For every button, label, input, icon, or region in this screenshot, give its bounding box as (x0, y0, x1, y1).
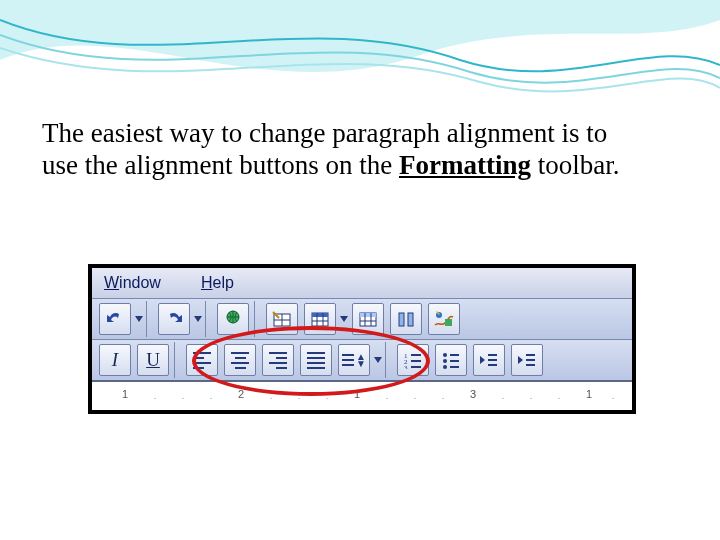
align-right-button[interactable] (262, 344, 294, 376)
numbering-button[interactable]: 123 (397, 344, 429, 376)
ruler: 1 ··· 2 ··· 1 ··· 3 ··· 1 · (92, 380, 632, 410)
insert-worksheet-button[interactable] (352, 303, 384, 335)
slide: The easiest way to change paragraph alig… (0, 0, 720, 540)
columns-icon (396, 310, 416, 328)
svg-rect-11 (360, 313, 376, 317)
ruler-mark: 1 (586, 388, 592, 400)
svg-point-25 (443, 353, 447, 357)
numbering-icon: 123 (403, 351, 423, 369)
ruler-mark: 3 (470, 388, 476, 400)
bullets-button[interactable] (435, 344, 467, 376)
body-bold: Formatting (399, 150, 531, 180)
justify-button[interactable] (300, 344, 332, 376)
justify-icon (307, 352, 325, 369)
insert-table-icon (310, 310, 330, 328)
undo-icon (105, 311, 125, 327)
line-spacing-button[interactable]: ▲▼ (338, 344, 370, 376)
undo-dropdown[interactable] (134, 304, 144, 334)
insert-table-dropdown[interactable] (339, 304, 349, 334)
underline-icon: U (146, 349, 160, 371)
decrease-indent-button[interactable] (473, 344, 505, 376)
menu-help[interactable]: Help (201, 274, 234, 292)
redo-dropdown[interactable] (193, 304, 203, 334)
hyperlink-button[interactable] (217, 303, 249, 335)
globe-chain-icon (223, 309, 243, 329)
undo-button[interactable] (99, 303, 131, 335)
body-seg2: toolbar. (531, 150, 620, 180)
redo-button[interactable] (158, 303, 190, 335)
underline-button[interactable]: U (137, 344, 169, 376)
svg-rect-6 (312, 313, 328, 317)
drawing-button[interactable] (428, 303, 460, 335)
svg-rect-18 (445, 319, 452, 326)
menubar: Window Help (92, 268, 632, 298)
italic-icon: I (112, 349, 118, 371)
menu-window[interactable]: Window (104, 274, 161, 292)
decorative-wave (0, 0, 720, 110)
excel-icon (358, 310, 378, 328)
line-spacing-dropdown[interactable] (373, 345, 383, 375)
insert-table-button[interactable] (304, 303, 336, 335)
align-right-icon (269, 352, 287, 369)
align-center-icon (231, 352, 249, 369)
align-left-icon (193, 352, 211, 369)
increase-indent-button[interactable] (511, 344, 543, 376)
align-center-button[interactable] (224, 344, 256, 376)
tables-borders-button[interactable] (266, 303, 298, 335)
columns-button[interactable] (390, 303, 422, 335)
bullets-icon (441, 351, 461, 369)
ruler-mark: 2 (238, 388, 244, 400)
ruler-mark: 1 (354, 388, 360, 400)
decrease-indent-icon (479, 351, 499, 369)
svg-rect-16 (408, 313, 413, 326)
increase-indent-icon (517, 351, 537, 369)
svg-text:3: 3 (404, 364, 408, 369)
tables-borders-icon (272, 310, 292, 328)
svg-point-27 (443, 365, 447, 369)
line-spacing-icon: ▲▼ (342, 353, 366, 367)
body-text: The easiest way to change paragraph alig… (42, 118, 622, 182)
align-left-button[interactable] (186, 344, 218, 376)
redo-icon (164, 311, 184, 327)
toolbar-screenshot: Window Help (88, 264, 636, 414)
drawing-icon (433, 309, 455, 329)
svg-point-26 (443, 359, 447, 363)
italic-button[interactable]: I (99, 344, 131, 376)
ruler-mark: 1 (122, 388, 128, 400)
svg-rect-15 (399, 313, 404, 326)
standard-toolbar-row (92, 298, 632, 339)
formatting-toolbar-row: I U ▲▼ 123 (92, 339, 632, 380)
